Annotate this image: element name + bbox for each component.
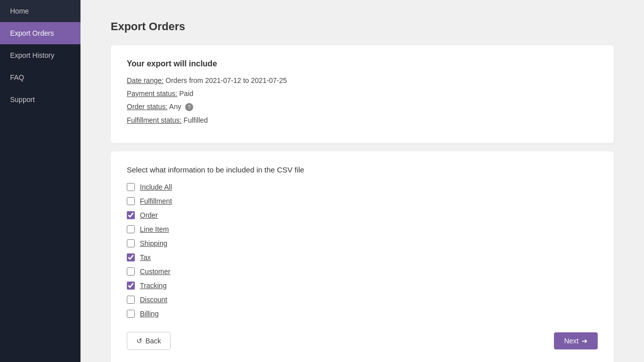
order-label[interactable]: Order	[140, 211, 158, 219]
date-range-label: Date range:	[127, 76, 164, 84]
customer-checkbox[interactable]	[127, 267, 135, 276]
payment-status-value: Paid	[179, 89, 193, 98]
list-item: Include All	[127, 183, 598, 191]
list-item: Customer	[127, 267, 598, 276]
sidebar-item-export-history[interactable]: Export History	[0, 44, 80, 66]
back-icon: ↺	[136, 337, 142, 345]
next-label: Next	[564, 337, 579, 345]
page-title: Export Orders	[111, 20, 614, 33]
sidebar: Home Export Orders Export History FAQ Su…	[0, 0, 80, 362]
csv-options-card: Select what information to be included i…	[111, 151, 614, 362]
fulfillment-status-value: Fulfilled	[184, 116, 208, 124]
tracking-checkbox[interactable]	[127, 282, 135, 290]
sidebar-item-support[interactable]: Support	[0, 88, 80, 111]
checkbox-list: Include All Fulfillment Order Line Item …	[127, 183, 598, 318]
fulfillment-checkbox[interactable]	[127, 197, 135, 205]
discount-label[interactable]: Discount	[140, 296, 167, 304]
order-status-value: Any	[169, 103, 181, 111]
export-summary-card: Your export will include Date range: Ord…	[111, 45, 614, 143]
billing-label[interactable]: Billing	[140, 310, 158, 318]
back-button[interactable]: ↺ Back	[127, 332, 171, 350]
main-content: Export Orders Your export will include D…	[80, 0, 644, 362]
order-checkbox[interactable]	[127, 211, 135, 219]
sidebar-item-export-orders[interactable]: Export Orders	[0, 22, 80, 44]
tax-checkbox[interactable]	[127, 253, 135, 261]
list-item: Tracking	[127, 282, 598, 290]
list-item: Tax	[127, 253, 598, 261]
shipping-label[interactable]: Shipping	[140, 239, 168, 247]
fulfillment-status-row: Fulfillment status: Fulfilled	[127, 116, 598, 124]
include-all-checkbox[interactable]	[127, 183, 135, 191]
line-item-label[interactable]: Line Item	[140, 225, 169, 233]
date-range-value: Orders from 2021-07-12 to 2021-07-25	[166, 76, 287, 84]
shipping-checkbox[interactable]	[127, 239, 135, 247]
tracking-label[interactable]: Tracking	[140, 282, 167, 290]
order-status-label: Order status:	[127, 103, 168, 111]
fulfillment-status-label: Fulfillment status:	[127, 116, 182, 124]
list-item: Line Item	[127, 225, 598, 233]
back-label: Back	[145, 337, 161, 345]
next-icon: ➜	[582, 337, 588, 345]
order-status-help-icon[interactable]: ?	[185, 103, 193, 111]
tax-label[interactable]: Tax	[140, 253, 151, 261]
list-item: Billing	[127, 310, 598, 318]
sidebar-item-faq[interactable]: FAQ	[0, 66, 80, 88]
discount-checkbox[interactable]	[127, 296, 135, 304]
list-item: Shipping	[127, 239, 598, 247]
button-row: ↺ Back Next ➜	[127, 332, 598, 350]
export-summary-title: Your export will include	[127, 59, 598, 68]
list-item: Fulfillment	[127, 197, 598, 205]
order-status-row: Order status: Any ?	[127, 103, 598, 111]
list-item: Order	[127, 211, 598, 219]
fulfillment-label[interactable]: Fulfillment	[140, 197, 172, 205]
csv-section-title: Select what information to be included i…	[127, 165, 598, 174]
customer-label[interactable]: Customer	[140, 267, 171, 276]
payment-status-label: Payment status:	[127, 89, 177, 98]
billing-checkbox[interactable]	[127, 310, 135, 318]
date-range-row: Date range: Orders from 2021-07-12 to 20…	[127, 76, 598, 84]
payment-status-row: Payment status: Paid	[127, 89, 598, 98]
line-item-checkbox[interactable]	[127, 225, 135, 233]
sidebar-item-home[interactable]: Home	[0, 0, 80, 22]
next-button[interactable]: Next ➜	[554, 332, 598, 349]
list-item: Discount	[127, 296, 598, 304]
include-all-label[interactable]: Include All	[140, 183, 172, 191]
